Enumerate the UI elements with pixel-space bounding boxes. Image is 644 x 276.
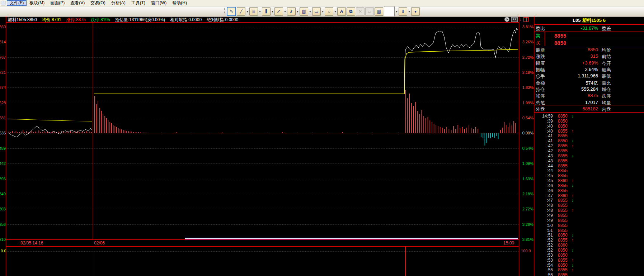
tick-row: :418855142: [534, 133, 644, 138]
menu-item-1[interactable]: 板块(M): [27, 0, 47, 6]
tick-price: 8855: [558, 173, 568, 178]
tick-row: :528850↓162: [534, 248, 644, 253]
rectangle-tool-icon-dropdown[interactable]: ▾: [321, 8, 324, 15]
time-axis-label: 02/05 14:16: [20, 241, 43, 246]
price-axis-label: 303: [0, 207, 6, 211]
instrument-title[interactable]: L05 塑料1505 6: [534, 17, 644, 24]
tick-time: :52: [534, 243, 553, 248]
volume-bar: [33, 132, 34, 133]
volume-bar: [504, 122, 505, 133]
delete-drawing-icon[interactable]: ✕: [356, 7, 365, 16]
volume-bar: [192, 133, 192, 133]
tick-row: :558855168: [534, 272, 644, 276]
volume-bar: [131, 132, 132, 133]
split-pane-icon[interactable]: [523, 17, 528, 22]
ask-price: 8855: [554, 33, 566, 39]
gann-fan-tool-icon[interactable]: ⟋: [274, 7, 283, 16]
tick-volume: 42: [622, 223, 644, 228]
volume-bar: [12, 131, 13, 133]
tick-time: :43: [534, 158, 553, 163]
menu-item-8[interactable]: 帮助(H): [169, 0, 190, 6]
channel-lines-tool-icon[interactable]: ⫽: [287, 7, 296, 16]
toolbar-buttons: ✎╱▾≣▾⫼▾⟋▾⫽▾▨▾▭▾○▾A⧉✕▱▦▾⇓▾▾: [226, 6, 420, 17]
time-axis-label: 02/06: [94, 241, 105, 246]
stat-label2: 最低: [602, 73, 611, 80]
scroll-down-icon[interactable]: ↓: [520, 17, 522, 22]
volume-bar: [440, 127, 441, 133]
hatch-tool-icon[interactable]: ▨: [300, 7, 308, 16]
eraser-tool-icon[interactable]: ▱: [365, 7, 374, 16]
text-tool-icon[interactable]: A: [337, 7, 346, 16]
tick-row: :468855↓224: [534, 183, 644, 188]
vertical-lines-tool-icon[interactable]: ⫼: [262, 7, 271, 16]
tick-direction-arrow: ↑: [572, 143, 574, 148]
volume-bar: [297, 133, 298, 133]
stat-value: 8875: [549, 93, 598, 98]
color-palette-icon[interactable]: [384, 6, 395, 17]
horizontal-lines-tool-icon[interactable]: ≣: [249, 7, 258, 16]
ellipse-tool-icon[interactable]: ○: [325, 7, 333, 16]
menu-item-0[interactable]: 文件(F): [7, 0, 27, 6]
channel-lines-tool-icon-dropdown[interactable]: ▾: [296, 8, 299, 15]
menu-item-6[interactable]: 工具(T): [128, 0, 148, 6]
volume-bar: [109, 122, 110, 133]
tick-row: :498855408: [534, 213, 644, 218]
save-drawing-icon[interactable]: ⇓: [399, 7, 407, 16]
draw-panel-tool-icon[interactable]: ✎: [227, 7, 236, 16]
stat-label2: 量比: [602, 80, 611, 86]
timeshare-chart-svg[interactable]: [6, 22, 519, 239]
instrument-name: 塑料1505: [582, 18, 602, 23]
tick-row: :52886024: [534, 243, 644, 248]
menu-item-7[interactable]: 窗口(W): [148, 0, 169, 6]
position-indicator-strip[interactable]: [185, 238, 518, 239]
vertical-lines-tool-icon-dropdown[interactable]: ▾: [271, 8, 274, 15]
volume-bar: [428, 117, 428, 133]
percent-axis-label: 1.63%: [520, 177, 533, 181]
weibi-underline: [534, 32, 644, 32]
volume-bar: [455, 129, 456, 133]
stat-label2: 最高: [602, 67, 611, 73]
collapse-panel-button[interactable]: <<: [511, 17, 518, 22]
volume-bar: [145, 133, 146, 133]
volume-bar: [63, 132, 64, 133]
toolbar-overflow-icon[interactable]: ▾: [411, 7, 420, 16]
save-drawing-icon-dropdown[interactable]: ▾: [408, 8, 411, 15]
volume-bar: [415, 102, 416, 133]
tick-row: :4988558: [534, 218, 644, 223]
volume-bar: [267, 133, 268, 133]
menu-item-5[interactable]: 分析(A): [108, 0, 128, 6]
stat-label: 涨跌: [536, 53, 545, 60]
volume-bar: [237, 133, 238, 133]
price-axis-label: 489: [0, 146, 6, 151]
volume-bar: [103, 114, 104, 133]
volume-bar: [46, 132, 46, 133]
volume-bar: [138, 132, 139, 133]
tick-time: :55: [534, 272, 553, 276]
percent-axis-label: 2.18%: [520, 192, 533, 196]
clock-icon[interactable]: [504, 17, 509, 22]
tick-row: :538855↑48: [534, 258, 644, 263]
hatch-tool-icon-dropdown[interactable]: ▾: [309, 8, 312, 15]
copy-drawing-icon[interactable]: ⧉: [347, 7, 355, 16]
tick-row: :548850↓2: [534, 263, 644, 268]
tick-row: :428855↑48: [534, 143, 644, 148]
price-axis-label: 860: [0, 25, 6, 29]
tick-row: :478855↓46: [534, 198, 644, 203]
trend-line-tool-icon-dropdown[interactable]: ▾: [246, 8, 249, 15]
volume-bar: [35, 132, 36, 133]
volume-bar: [492, 133, 493, 137]
chart-calc-tool-icon[interactable]: ▦: [375, 7, 383, 16]
tick-price: 8855: [558, 258, 568, 263]
menu-item-4[interactable]: 交易(O): [88, 0, 108, 6]
color-palette-icon-dropdown[interactable]: ▾: [395, 8, 398, 15]
tick-row: :44885592: [534, 168, 644, 173]
menu-item-2[interactable]: 画面(P): [47, 0, 67, 6]
price-axis-label: 814: [0, 40, 6, 44]
horizontal-lines-tool-icon-dropdown[interactable]: ▾: [258, 8, 262, 15]
trend-line-tool-icon[interactable]: ╱: [237, 7, 245, 16]
gann-fan-tool-icon-dropdown[interactable]: ▾: [283, 8, 287, 15]
rectangle-tool-icon[interactable]: ▭: [312, 7, 321, 16]
ellipse-tool-icon-dropdown[interactable]: ▾: [334, 8, 337, 15]
menu-item-3[interactable]: 查看(V): [67, 0, 88, 6]
volume-bar: [140, 132, 141, 133]
